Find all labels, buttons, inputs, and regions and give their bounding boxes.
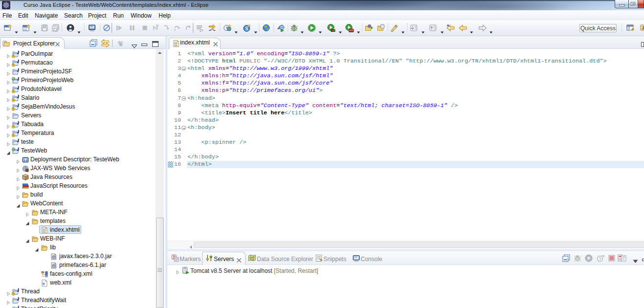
- svg-text:X: X: [42, 282, 45, 286]
- svg-text:3.0: 3.0: [23, 159, 28, 162]
- svg-text:J: J: [642, 25, 644, 30]
- svg-text:S: S: [245, 26, 249, 31]
